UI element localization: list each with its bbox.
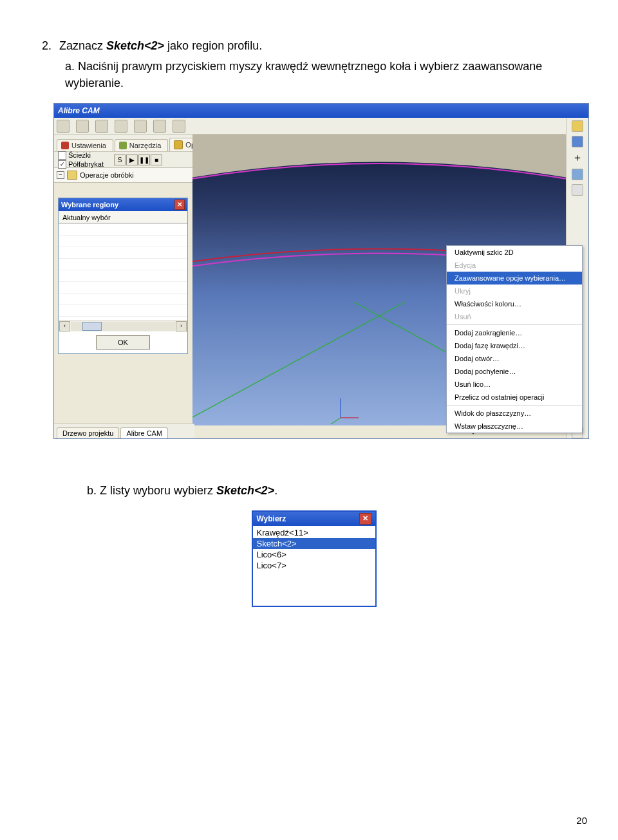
instruction-sub-letter: a. — [65, 60, 75, 73]
instruction-b: b. Z listy wyboru wybierz Sketch<2>. — [87, 484, 586, 498]
region-panel-label: Aktualny wybór — [59, 211, 187, 223]
tool-icon[interactable] — [173, 120, 185, 133]
select-option[interactable]: Sketch<2> — [253, 538, 375, 549]
context-menu: Uaktywnij szkic 2DEdycjaZaawansowane opc… — [446, 245, 583, 433]
tab-tools[interactable]: Narzędzia — [115, 139, 169, 151]
ok-button[interactable]: OK — [96, 335, 150, 350]
context-menu-item: Ukryj — [447, 285, 582, 297]
tool-icon[interactable] — [153, 120, 166, 133]
tool-icon[interactable] — [95, 120, 108, 133]
play-button[interactable]: ▶ — [126, 154, 138, 165]
check-stock[interactable]: ✓Półfabrykat — [58, 160, 104, 169]
instruction-bold: Sketch<2> — [106, 39, 164, 52]
instruction-text-before: Zaznacz — [59, 39, 106, 52]
select-dialog-title: Wybierz — [257, 512, 286, 526]
region-list[interactable] — [59, 223, 187, 321]
tree-collapse-icon[interactable]: − — [57, 171, 64, 179]
svg-line-4 — [329, 418, 341, 424]
check-label: Ścieżki — [68, 151, 91, 159]
instruction-text-after: jako region profilu. — [164, 39, 262, 52]
bottom-tabs: Drzewo projektu Alibre CAM — [54, 424, 194, 438]
scroll-left-icon[interactable]: ‹ — [59, 321, 70, 331]
instruction-b-text-before: Z listy wyboru wybierz — [100, 484, 216, 497]
context-menu-item[interactable]: Dodaj pochylenie… — [447, 365, 582, 378]
select-option[interactable]: Lico<7> — [253, 560, 375, 571]
check-paths[interactable]: Ścieżki — [58, 151, 104, 160]
scroll-right-icon[interactable]: › — [176, 321, 187, 331]
tree-root-label[interactable]: Operacje obróbki — [80, 171, 134, 179]
view-icon[interactable] — [572, 169, 583, 180]
context-menu-item[interactable]: Przelicz od ostatniej operacji — [447, 391, 582, 404]
play-s-button[interactable]: S — [114, 154, 126, 165]
view-icon[interactable] — [572, 120, 583, 132]
app-titlebar: Alibre CAM — [54, 104, 588, 118]
region-panel: Wybrane regiony ✕ Aktualny wybór ‹ › OK — [58, 198, 188, 354]
context-menu-item[interactable]: Uaktywnij szkic 2D — [447, 246, 582, 259]
instruction-b-bold: Sketch<2> — [216, 484, 274, 497]
select-dialog-titlebar: Wybierz ✕ — [253, 512, 375, 526]
tool-icon[interactable] — [134, 120, 147, 133]
scroll-thumb[interactable] — [82, 322, 102, 331]
plus-icon[interactable]: ＋ — [572, 151, 583, 165]
select-option[interactable]: Krawędź<11> — [253, 527, 375, 538]
region-scrollbar[interactable]: ‹ › — [59, 321, 187, 331]
tool-icon[interactable] — [115, 120, 127, 133]
select-dialog-list[interactable]: Krawędź<11>Sketch<2>Lico<6>Lico<7> — [253, 526, 375, 606]
page-number: 20 — [576, 815, 587, 826]
operations-icon — [174, 140, 183, 149]
tab-label: Ustawienia — [71, 142, 106, 149]
checkbox-icon: ✓ — [58, 160, 66, 169]
context-menu-item[interactable]: Dodaj otwór… — [447, 352, 582, 365]
tab-project-tree[interactable]: Drzewo projektu — [57, 427, 119, 438]
region-panel-titlebar: Wybrane regiony ✕ — [59, 198, 187, 211]
context-menu-item[interactable]: Wstaw płaszczyznę… — [447, 420, 582, 433]
tab-settings[interactable]: Ustawienia — [57, 139, 113, 151]
checkbox-icon — [58, 151, 66, 160]
instruction-b-text-after: . — [274, 484, 277, 497]
select-option[interactable]: Lico<6> — [253, 549, 375, 560]
instruction-number: 2. — [42, 37, 56, 54]
tools-icon — [119, 142, 127, 149]
playback-controls: S ▶ ❚❚ ■ — [114, 154, 162, 165]
select-dialog: Wybierz ✕ Krawędź<11>Sketch<2>Lico<6>Lic… — [252, 510, 377, 607]
svg-line-0 — [192, 302, 405, 424]
view-icon[interactable] — [572, 184, 583, 196]
context-menu-item[interactable]: Właściwości koloru… — [447, 297, 582, 310]
instruction-b-letter: b. — [87, 484, 97, 497]
context-menu-item[interactable]: Usuń lico… — [447, 378, 582, 391]
toolbar-top — [54, 118, 588, 135]
tab-label: Narzędzia — [129, 142, 162, 149]
tool-icon[interactable] — [57, 120, 70, 133]
stop-button[interactable]: ■ — [151, 154, 162, 165]
check-label: Półfabrykat — [68, 160, 104, 168]
region-panel-title: Wybrane regiony — [61, 198, 118, 211]
instruction-sub-text: Naciśnij prawym przyciskiem myszy krawęd… — [65, 60, 542, 89]
tool-icon[interactable] — [76, 120, 89, 133]
settings-icon — [61, 142, 69, 149]
app-screenshot: Alibre CAM Ustawienia Narzędzia Operacje… — [53, 103, 589, 439]
close-icon[interactable]: ✕ — [174, 200, 185, 210]
close-icon[interactable]: ✕ — [359, 513, 371, 525]
view-icon[interactable] — [572, 136, 583, 147]
context-menu-item[interactable]: Dodaj zaokrąglenie… — [447, 326, 582, 339]
context-menu-item: Edycja — [447, 259, 582, 272]
scroll-track[interactable] — [71, 322, 175, 331]
context-menu-item[interactable]: Zaawansowane opcje wybierania… — [447, 272, 582, 285]
context-menu-item[interactable]: Dodaj fazę krawędzi… — [447, 339, 582, 352]
pause-button[interactable]: ❚❚ — [138, 154, 150, 165]
context-menu-item[interactable]: Widok do płaszczyzny… — [447, 407, 582, 420]
tab-alibre-cam[interactable]: Alibre CAM — [120, 427, 168, 438]
instruction-2: 2. Zaznacz Sketch<2> jako region profilu… — [42, 37, 586, 91]
context-menu-item: Usuń — [447, 310, 582, 323]
folder-icon — [67, 171, 77, 180]
